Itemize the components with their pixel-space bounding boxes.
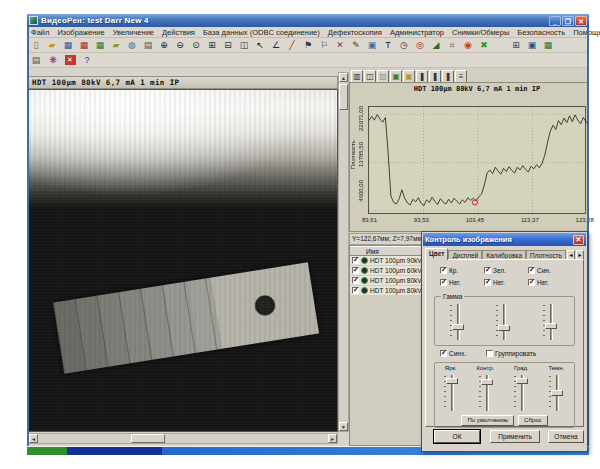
angle-tool-button[interactable]: ∠ [268, 38, 284, 52]
slider-thumb[interactable] [551, 390, 563, 396]
target-tool-button[interactable]: ◎ [412, 38, 428, 52]
delete-region-button[interactable]: ✕ [332, 38, 348, 52]
clock-tool-button[interactable]: ◷ [396, 38, 412, 52]
dialog-title-bar[interactable]: Контроль изображения ✕ [423, 233, 586, 246]
series-color-icon [361, 287, 368, 294]
menu-item[interactable]: Безопасность [513, 28, 569, 37]
negative-checkbox[interactable]: Нег. [440, 279, 470, 286]
dialog-tab[interactable]: Цвет [425, 248, 448, 260]
disabled-button-1[interactable]: ▨ [492, 38, 508, 52]
split-vertical-button[interactable]: ◫ [236, 38, 252, 52]
contrast-slider[interactable] [478, 374, 496, 412]
scroll-right-icon[interactable]: ► [328, 434, 337, 443]
menu-item[interactable]: Помощь [569, 28, 600, 37]
list-item-checkbox[interactable] [352, 267, 359, 274]
menu-item[interactable]: Снимки/Обмеры [448, 28, 513, 37]
gamma-blue-slider[interactable] [542, 303, 560, 341]
split-horizontal-button[interactable]: ⊟ [220, 38, 236, 52]
menu-item[interactable]: Администратор [386, 28, 448, 37]
zoom-out-button[interactable]: ⊖ [172, 38, 188, 52]
gradation-slider[interactable] [513, 374, 531, 412]
ruler-line-button[interactable]: ╱ [284, 38, 300, 52]
list-item-checkbox[interactable] [352, 287, 359, 294]
menu-item[interactable]: Увеличение [109, 28, 158, 37]
scroll-down-icon[interactable]: ▼ [339, 422, 348, 431]
new-document-button[interactable]: ▯ [28, 38, 44, 52]
ok-button[interactable]: ОК [434, 430, 480, 443]
calculator-button[interactable]: ▦ [540, 38, 556, 52]
flag-outline-button[interactable]: ⚐ [316, 38, 332, 52]
reset-button[interactable]: Сброс [518, 415, 547, 426]
menu-item[interactable]: Дефектоскопия [324, 28, 386, 37]
title-bar[interactable]: ВидеоРен: test Darr New 4 _ ❐ ✕ [27, 14, 589, 27]
negative-checkbox[interactable]: Нег. [528, 279, 558, 286]
save-file-button[interactable]: ▦ [60, 38, 76, 52]
zoom-in-button[interactable]: ⊕ [156, 38, 172, 52]
group-checkbox[interactable]: Группировать [486, 350, 536, 357]
list-item-checkbox[interactable] [352, 277, 359, 284]
xray-image[interactable] [28, 89, 338, 432]
scroll-up-icon[interactable]: ▲ [339, 73, 348, 82]
zoom-actual-button[interactable]: ⊙ [188, 38, 204, 52]
brightness-slider[interactable] [443, 374, 461, 412]
pointer-select-button[interactable]: ↖ [252, 38, 268, 52]
menu-item[interactable]: Действия [158, 28, 199, 37]
image-info-button[interactable]: ▣ [364, 38, 380, 52]
gamma-red-slider[interactable] [449, 303, 467, 341]
darkness-slider[interactable] [548, 374, 566, 412]
sync-checkbox[interactable]: Синх. [440, 350, 466, 357]
slider-thumb[interactable] [545, 323, 557, 329]
slider-thumb[interactable] [452, 324, 464, 330]
horizontal-scroll-thumb[interactable] [131, 434, 165, 443]
help-button[interactable]: ? [79, 53, 95, 67]
menu-item[interactable]: Изображение [53, 28, 108, 37]
cancel-button[interactable]: Отмена [548, 430, 584, 443]
scroll-left-icon[interactable]: ◄ [29, 434, 38, 443]
flag-marker-button[interactable]: ⚑ [300, 38, 316, 52]
toolbar-icon: ? [84, 56, 89, 65]
image-horizontal-scrollbar[interactable]: ◄ ► [28, 433, 338, 444]
adjust-slider-label: Град. [514, 365, 529, 371]
list-item-checkbox[interactable] [352, 257, 359, 264]
vertical-scroll-thumb[interactable] [339, 84, 348, 110]
menu-item[interactable]: База данных (ODBC соединение) [199, 28, 324, 37]
menu-item[interactable]: Файл [27, 28, 53, 37]
color-reset-button[interactable]: ✖ [476, 38, 492, 52]
acquisition-tool-button[interactable]: ❋ [45, 53, 61, 67]
channel-checkbox[interactable]: Син. [528, 267, 558, 274]
maximize-button[interactable]: ❐ [562, 16, 574, 26]
channel-checkbox[interactable]: Зел. [484, 267, 514, 274]
channel-checkbox[interactable]: Кр. [440, 267, 470, 274]
keyboard-button[interactable]: ⌗ [444, 38, 460, 52]
image-vertical-scrollbar[interactable]: ▲ ▼ [338, 72, 349, 432]
toolbar-icon: ✖ [480, 41, 488, 50]
rgb-wheel-button[interactable]: ◉ [460, 38, 476, 52]
globe-view-button[interactable]: ◍ [124, 38, 140, 52]
pencil-tool-button[interactable]: ✎ [348, 38, 364, 52]
toolbar-icon: ⊞ [208, 41, 216, 50]
plot-area[interactable] [368, 106, 586, 214]
tile-windows-button[interactable]: ⊞ [204, 38, 220, 52]
print-button[interactable]: ▤ [140, 38, 156, 52]
slider-thumb[interactable] [481, 379, 493, 385]
grid-view-button[interactable]: ⊞ [508, 38, 524, 52]
save-image-green-button[interactable]: ▦ [92, 38, 108, 52]
slider-thumb[interactable] [498, 325, 510, 331]
negative-checkbox[interactable]: Нег. [484, 279, 514, 286]
open-folder-button[interactable]: ▰ [44, 38, 60, 52]
close-button[interactable]: ✕ [575, 16, 587, 26]
default-button[interactable]: По умолчанию [461, 415, 514, 426]
gamma-green-slider[interactable] [495, 303, 513, 341]
save-image-red-button[interactable]: ▦ [76, 38, 92, 52]
minimize-button[interactable]: _ [549, 16, 561, 26]
text-tool-button[interactable]: T [380, 38, 396, 52]
slider-thumb[interactable] [516, 378, 528, 384]
delete-image-button[interactable]: ✕ [62, 53, 78, 67]
report-print-button[interactable]: ▤ [28, 53, 44, 67]
dialog-close-icon[interactable]: ✕ [573, 235, 584, 245]
apply-button[interactable]: Применить [490, 430, 540, 443]
monitor-settings-button[interactable]: ▣ [524, 38, 540, 52]
slider-thumb[interactable] [446, 378, 458, 384]
export-folder-button[interactable]: ▰ [108, 38, 124, 52]
histogram-button[interactable]: ◢ [428, 38, 444, 52]
